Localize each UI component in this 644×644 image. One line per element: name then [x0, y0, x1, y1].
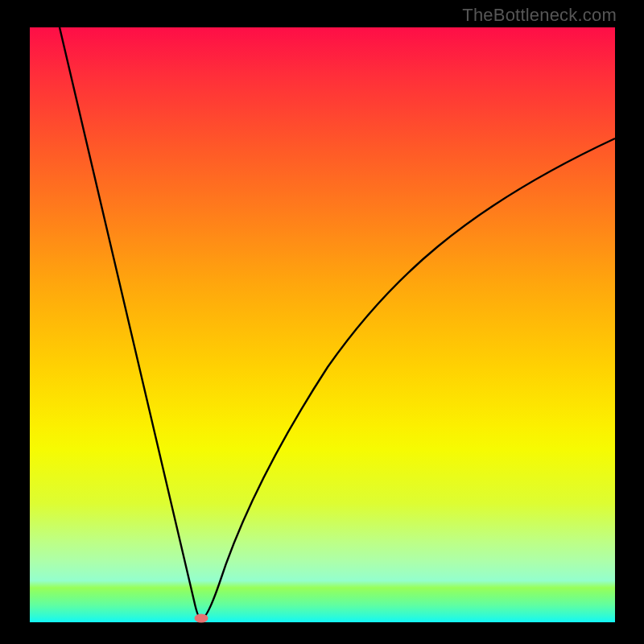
watermark-text: TheBottleneck.com [462, 5, 617, 26]
optimum-marker [195, 613, 208, 622]
chart-stage: TheBottleneck.com [0, 0, 644, 644]
plot-background-gradient [30, 27, 615, 622]
